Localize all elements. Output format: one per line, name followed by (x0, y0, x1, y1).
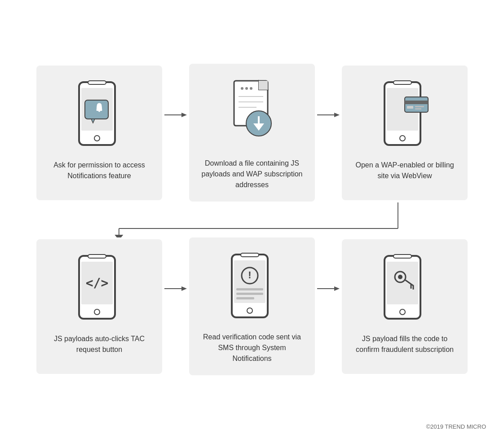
svg-rect-44 (241, 253, 259, 257)
svg-rect-11 (259, 81, 268, 90)
row-1: Ask for permission to access Notificatio… (36, 64, 468, 202)
svg-rect-29 (415, 106, 424, 107)
card-sms: ! Read verification code sent via SMS th… (189, 237, 315, 375)
svg-rect-30 (415, 108, 421, 110)
card-download-label: Download a file containing JS payloads a… (198, 158, 306, 190)
svg-marker-53 (334, 286, 340, 291)
svg-point-14 (250, 87, 252, 90)
svg-rect-45 (234, 260, 265, 303)
svg-text:!: ! (248, 269, 251, 281)
card-notify-icon (72, 79, 126, 151)
svg-rect-56 (387, 262, 418, 304)
svg-point-58 (398, 275, 402, 279)
card-sms-label: Read verification code sent via SMS thro… (198, 332, 306, 364)
svg-point-13 (245, 87, 248, 90)
arrow-4-5 (162, 284, 189, 293)
svg-rect-26 (405, 97, 428, 112)
card-wap-icon (378, 79, 432, 151)
card-wap: Open a WAP-enabled or billing site via W… (342, 66, 468, 200)
card-download-icon (221, 77, 283, 149)
svg-marker-42 (181, 286, 187, 291)
row-2: </> JS payloads auto-clicks TAC request … (36, 237, 468, 375)
card-code-label: JS payloads auto-clicks TAC request butt… (45, 334, 153, 355)
card-sms-icon: ! (225, 251, 279, 323)
svg-rect-55 (393, 255, 411, 258)
card-confirm: JS payload fills the code to confirm fra… (342, 239, 468, 374)
svg-text:</>: </> (86, 276, 109, 290)
svg-marker-8 (181, 113, 187, 117)
svg-point-12 (241, 87, 243, 90)
card-notify: Ask for permission to access Notificatio… (36, 66, 162, 200)
arrow-2-3 (315, 110, 342, 119)
card-notify-label: Ask for permission to access Notificatio… (45, 160, 153, 181)
svg-rect-49 (236, 293, 263, 295)
card-wap-label: Open a WAP-enabled or billing site via W… (351, 160, 459, 181)
svg-rect-48 (236, 288, 263, 290)
row-connector (59, 202, 445, 237)
card-confirm-label: JS payload fills the code to confirm fra… (351, 334, 459, 355)
card-code-icon: </> (72, 253, 126, 325)
svg-rect-1 (88, 81, 106, 84)
card-confirm-icon (378, 253, 432, 325)
card-download: Download a file containing JS payloads a… (189, 64, 315, 202)
svg-rect-37 (88, 255, 106, 258)
svg-marker-22 (334, 113, 340, 117)
svg-rect-50 (236, 297, 254, 299)
arrow-1-2 (162, 110, 189, 119)
diagram: Ask for permission to access Notificatio… (27, 55, 477, 384)
svg-rect-28 (407, 106, 413, 109)
svg-rect-24 (393, 81, 411, 84)
arrow-5-6 (315, 284, 342, 293)
copyright: ©2019 TREND MICRO (426, 423, 486, 430)
svg-rect-27 (405, 101, 428, 104)
card-code: </> JS payloads auto-clicks TAC request … (36, 239, 162, 374)
